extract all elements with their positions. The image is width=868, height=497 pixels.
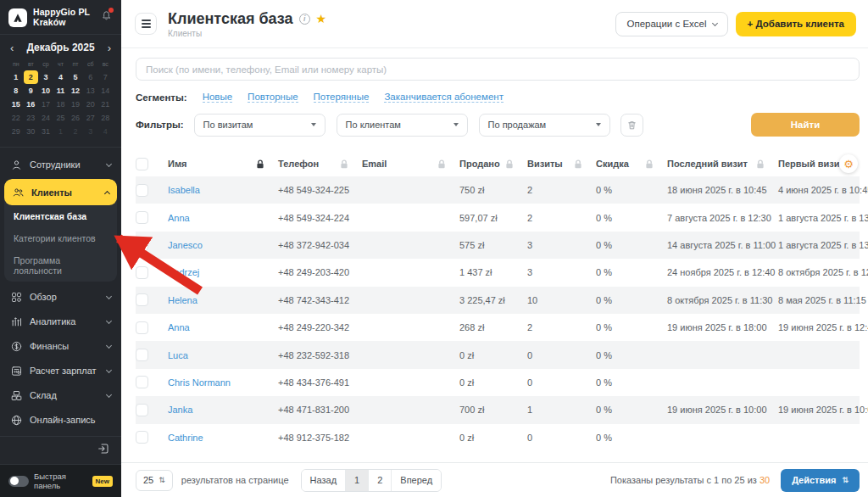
- row-checkbox[interactable]: [136, 376, 148, 388]
- calendar-day[interactable]: 26: [68, 111, 83, 125]
- calendar-next-button[interactable]: ›: [106, 42, 113, 53]
- table-row[interactable]: Janesco +48 372-942-034 575 zł 3 0 % 14 …: [136, 232, 860, 259]
- calendar-day[interactable]: 4: [97, 125, 113, 138]
- calendar-day[interactable]: 24: [38, 111, 53, 125]
- calendar-day[interactable]: 4: [53, 70, 69, 84]
- sidebar-item-payroll[interactable]: Расчет зарплат: [0, 359, 121, 383]
- segment-link[interactable]: Заканчивается абонемент: [384, 92, 504, 103]
- table-row[interactable]: Isabella +48 549-324-225 750 zł 2 0 % 18…: [136, 176, 860, 204]
- page-size-select[interactable]: 25 ⇅: [136, 470, 173, 491]
- filter-select[interactable]: По продажам: [479, 114, 610, 137]
- row-checkbox[interactable]: [136, 431, 148, 444]
- calendar-day[interactable]: 21: [97, 98, 113, 111]
- calendar-day[interactable]: 8: [8, 84, 24, 98]
- calendar-day[interactable]: 5: [68, 70, 83, 84]
- table-row[interactable]: Luca +48 232-592-318 0 zł 0 0 %: [136, 341, 860, 368]
- client-name-link[interactable]: Luca: [168, 350, 278, 360]
- calendar-day[interactable]: 19: [68, 98, 83, 111]
- info-icon[interactable]: i: [299, 14, 310, 25]
- client-name-link[interactable]: Helena: [168, 295, 278, 305]
- row-checkbox[interactable]: [136, 404, 148, 416]
- notifications-bell-icon[interactable]: [100, 9, 113, 25]
- calendar-day[interactable]: 31: [38, 125, 53, 138]
- table-settings-button[interactable]: ⚙: [839, 154, 858, 173]
- calendar-day[interactable]: 2: [24, 70, 39, 84]
- calendar-day[interactable]: 27: [83, 111, 98, 125]
- find-button[interactable]: Найти: [751, 113, 860, 137]
- sidebar-item-analytics[interactable]: Аналитика: [0, 310, 121, 334]
- client-name-link[interactable]: Cathrine: [168, 433, 278, 443]
- segment-link[interactable]: Новые: [203, 92, 232, 103]
- menu-toggle-button[interactable]: [135, 13, 157, 35]
- sidebar-subitem[interactable]: Клиентская база: [4, 205, 117, 227]
- client-name-link[interactable]: Chris Normann: [168, 377, 278, 388]
- table-row[interactable]: Cathrine +48 912-375-182 0 zł 0 0 %: [136, 424, 860, 451]
- table-row[interactable]: Anna +48 549-324-224 597,07 zł 2 0 % 7 а…: [136, 204, 860, 231]
- actions-button[interactable]: Действия ⇅: [781, 469, 860, 492]
- calendar-day[interactable]: 10: [38, 84, 53, 98]
- clear-filters-button[interactable]: [620, 114, 643, 137]
- client-name-link[interactable]: Andrzej: [168, 267, 278, 277]
- calendar-day[interactable]: 12: [68, 84, 83, 98]
- client-name-link[interactable]: Janesco: [168, 240, 278, 250]
- row-checkbox[interactable]: [136, 349, 148, 361]
- workspace-row[interactable]: HappyGio PL Kraków: [0, 0, 121, 35]
- sidebar-item-finance[interactable]: Финансы: [0, 334, 121, 359]
- calendar-day[interactable]: 29: [8, 125, 24, 138]
- quick-panel-toggle[interactable]: [8, 476, 29, 487]
- calendar-day[interactable]: 22: [8, 111, 24, 125]
- pager-button[interactable]: Назад: [302, 470, 347, 491]
- favorite-star-icon[interactable]: ★: [316, 13, 327, 25]
- excel-operations-button[interactable]: Операции с Excel: [615, 12, 727, 36]
- segment-link[interactable]: Потерянные: [314, 92, 370, 103]
- row-checkbox[interactable]: [136, 266, 148, 279]
- sidebar-item-employees[interactable]: Сотрудники: [0, 153, 121, 177]
- table-row[interactable]: Andrzej +48 249-203-420 1 437 zł 3 0 % 2…: [136, 259, 860, 286]
- row-checkbox[interactable]: [136, 238, 148, 251]
- table-row[interactable]: Chris Normann +48 434-376-491 0 zł 0 0 %: [136, 369, 860, 396]
- calendar-day[interactable]: 3: [83, 125, 98, 138]
- row-checkbox[interactable]: [136, 321, 148, 334]
- logout-icon[interactable]: [97, 442, 110, 459]
- sidebar-subitem[interactable]: Программа лояльности: [4, 249, 117, 282]
- sidebar-subitem[interactable]: Категории клиентов: [4, 227, 117, 249]
- calendar-day[interactable]: 1: [8, 70, 24, 84]
- row-checkbox[interactable]: [136, 211, 148, 224]
- calendar-day[interactable]: 7: [97, 70, 113, 84]
- calendar-day[interactable]: 23: [24, 111, 39, 125]
- calendar-day[interactable]: 28: [97, 111, 113, 125]
- select-all-checkbox[interactable]: [136, 158, 148, 170]
- table-row[interactable]: Anna +48 249-220-342 268 zł 2 0 % 19 июн…: [136, 314, 860, 341]
- calendar-prev-button[interactable]: ‹: [8, 42, 15, 53]
- row-checkbox[interactable]: [136, 184, 148, 197]
- filter-select[interactable]: По визитам: [194, 114, 326, 137]
- calendar-day[interactable]: 3: [38, 70, 53, 84]
- calendar-day[interactable]: 11: [53, 84, 69, 98]
- calendar-day[interactable]: 14: [97, 84, 113, 98]
- table-row[interactable]: Helena +48 742-343-412 3 225,47 zł 10 0 …: [136, 287, 860, 314]
- segment-link[interactable]: Повторные: [248, 92, 298, 103]
- calendar-day[interactable]: 20: [83, 98, 98, 111]
- calendar-day[interactable]: 15: [8, 98, 24, 111]
- filter-select[interactable]: По клиентам: [337, 114, 468, 137]
- client-name-link[interactable]: Janka: [168, 405, 278, 415]
- pager-button[interactable]: Вперед: [392, 470, 441, 491]
- calendar-day[interactable]: 17: [38, 98, 53, 111]
- pager-button[interactable]: 2: [369, 470, 392, 491]
- sidebar-item-overview[interactable]: Обзор: [0, 285, 121, 310]
- table-row[interactable]: Janka +48 471-831-200 700 zł 1 0 % 19 ию…: [136, 396, 860, 423]
- add-client-button[interactable]: + Добавить клиента: [736, 12, 856, 36]
- search-input[interactable]: [136, 58, 860, 81]
- calendar-day[interactable]: 2: [68, 125, 83, 138]
- client-name-link[interactable]: Isabella: [168, 185, 278, 195]
- calendar-day[interactable]: 1: [53, 125, 69, 138]
- sidebar-item-online-booking[interactable]: Онлайн-запись: [0, 408, 121, 433]
- sidebar-item-stock[interactable]: Склад: [0, 383, 121, 408]
- calendar-day[interactable]: 16: [24, 98, 39, 111]
- calendar-day[interactable]: 25: [53, 111, 69, 125]
- calendar-day[interactable]: 30: [24, 125, 39, 138]
- calendar-day[interactable]: 9: [24, 84, 39, 98]
- calendar-day[interactable]: 18: [53, 98, 69, 111]
- client-name-link[interactable]: Anna: [168, 213, 278, 223]
- row-checkbox[interactable]: [136, 293, 148, 306]
